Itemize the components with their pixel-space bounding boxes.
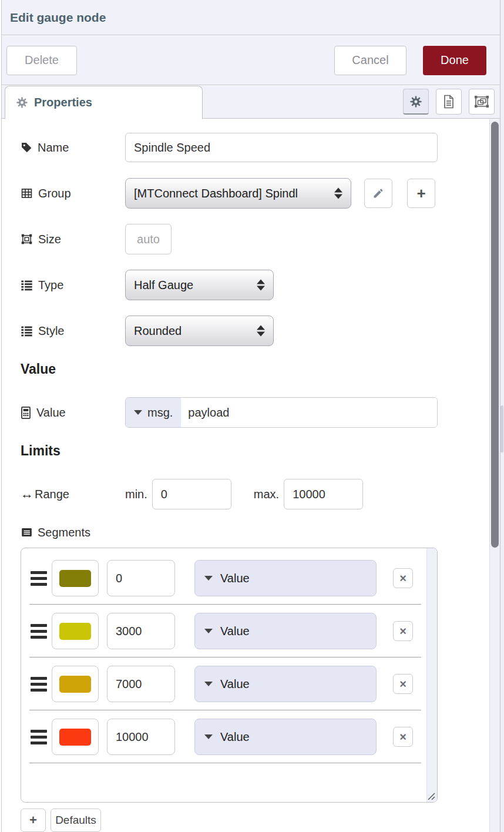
add-segment-button[interactable]: + <box>21 808 46 832</box>
name-input[interactable] <box>125 133 438 162</box>
remove-segment-button[interactable]: × <box>393 568 413 588</box>
value-typed-input: msg. <box>125 397 438 428</box>
properties-gear-tab-button[interactable] <box>403 89 429 115</box>
dialog-toolbar: Delete Cancel Done <box>2 36 500 85</box>
segment-row: Value × <box>21 657 437 710</box>
segment-type-label: Value <box>220 625 250 638</box>
drag-handle-icon[interactable] <box>31 730 47 744</box>
segment-row: Value × <box>21 710 437 763</box>
style-select[interactable]: Rounded <box>125 316 274 346</box>
caret-updown-icon <box>257 280 265 291</box>
value-input[interactable] <box>181 398 437 427</box>
drag-handle-icon[interactable] <box>31 571 47 586</box>
segment-type-label: Value <box>220 572 250 585</box>
range-label-group: ↔ Range <box>21 487 125 502</box>
description-tab-button[interactable] <box>436 89 462 115</box>
properties-panel: Name Group [MTConnect Dashboard] <box>2 119 489 832</box>
caret-down-icon <box>204 629 213 633</box>
range-min-label: min. <box>125 488 147 501</box>
type-label-group: Type <box>21 279 125 292</box>
name-row: Name <box>21 132 489 163</box>
close-icon: × <box>399 731 406 743</box>
pencil-icon <box>372 187 384 199</box>
resize-handle-icon[interactable] <box>426 791 436 801</box>
group-label-group: Group <box>21 187 125 200</box>
edit-group-button[interactable] <box>364 179 392 208</box>
cancel-button[interactable]: Cancel <box>334 46 406 75</box>
window-scrollbar-thumb[interactable] <box>500 405 503 452</box>
segment-color-button[interactable] <box>52 719 99 755</box>
group-select-value: [MTConnect Dashboard] Spindl <box>134 187 298 200</box>
segment-color-button[interactable] <box>52 560 99 596</box>
segments-rows: Value × Value × <box>21 548 437 763</box>
value-section-heading: Value <box>21 361 489 377</box>
done-button[interactable]: Done <box>423 46 486 75</box>
arrows-h-icon: ↔ <box>21 487 33 502</box>
drag-handle-icon[interactable] <box>31 624 47 639</box>
tab-properties[interactable]: Properties <box>5 86 203 119</box>
group-select[interactable]: [MTConnect Dashboard] Spindl <box>125 178 351 209</box>
calculator-icon <box>21 407 31 419</box>
dialog-header: Edit gauge node <box>2 0 500 35</box>
segment-color-swatch <box>59 570 91 587</box>
value-type-selector[interactable]: msg. <box>126 398 181 427</box>
segment-value-input[interactable] <box>107 719 175 755</box>
range-min-input[interactable] <box>152 479 231 509</box>
appearance-tab-button[interactable] <box>469 89 495 115</box>
remove-segment-button[interactable]: × <box>393 727 413 747</box>
segment-color-swatch <box>59 729 91 746</box>
segment-value-input[interactable] <box>107 666 175 702</box>
segment-value-input[interactable] <box>107 560 175 596</box>
size-label-group: Size <box>21 233 125 246</box>
drag-handle-icon[interactable] <box>31 677 47 692</box>
type-label: Type <box>38 279 63 292</box>
segment-type-selector[interactable]: Value <box>194 666 377 702</box>
add-group-button[interactable]: + <box>407 179 435 208</box>
size-auto-button[interactable]: auto <box>125 224 172 254</box>
segment-row: Value × <box>21 605 437 657</box>
type-row: Type Half Gauge <box>21 270 489 300</box>
plus-icon: + <box>416 186 425 201</box>
segment-color-button[interactable] <box>52 613 99 649</box>
close-icon: × <box>399 572 406 584</box>
segment-color-button[interactable] <box>52 666 99 702</box>
size-row: Size auto <box>21 224 489 254</box>
segment-type-selector[interactable]: Value <box>194 613 377 649</box>
segment-row: Value × <box>21 552 437 605</box>
segment-color-swatch <box>59 676 91 693</box>
segment-value-input[interactable] <box>107 613 175 649</box>
style-label-group: Style <box>21 324 125 338</box>
range-max-input[interactable] <box>284 479 363 509</box>
segments-label: Segments <box>38 526 90 539</box>
gear-icon <box>409 95 422 108</box>
dialog-left-edge <box>1 0 2 832</box>
style-label: Style <box>38 324 64 338</box>
gear-icon <box>16 96 28 109</box>
delete-button[interactable]: Delete <box>6 46 77 75</box>
range-label: Range <box>35 488 69 501</box>
segment-type-selector[interactable]: Value <box>194 560 377 596</box>
style-row: Style Rounded <box>21 316 489 346</box>
close-icon: × <box>399 678 406 690</box>
close-icon: × <box>399 625 406 637</box>
defaults-button[interactable]: Defaults <box>51 808 101 832</box>
edit-gauge-dialog: Edit gauge node Delete Cancel Done <box>0 0 500 832</box>
tag-icon <box>21 142 32 153</box>
caret-updown-icon <box>257 326 265 337</box>
dialog-scrollbar-thumb[interactable] <box>491 122 499 548</box>
group-label: Group <box>38 187 71 200</box>
segments-list: Value × Value × <box>21 548 438 803</box>
dialog-scrollbar-track[interactable] <box>489 119 500 832</box>
table-icon <box>21 187 33 199</box>
segment-type-selector[interactable]: Value <box>194 719 377 755</box>
tab-properties-label: Properties <box>34 96 92 109</box>
segments-actions: + Defaults <box>21 808 489 832</box>
remove-segment-button[interactable]: × <box>393 621 413 641</box>
tab-icon-buttons <box>403 89 495 115</box>
caret-down-icon <box>134 410 142 415</box>
value-row: Value msg. <box>21 397 489 428</box>
type-select[interactable]: Half Gauge <box>125 270 274 300</box>
caret-updown-icon <box>334 188 342 199</box>
remove-segment-button[interactable]: × <box>393 674 413 694</box>
size-label: Size <box>38 233 61 246</box>
